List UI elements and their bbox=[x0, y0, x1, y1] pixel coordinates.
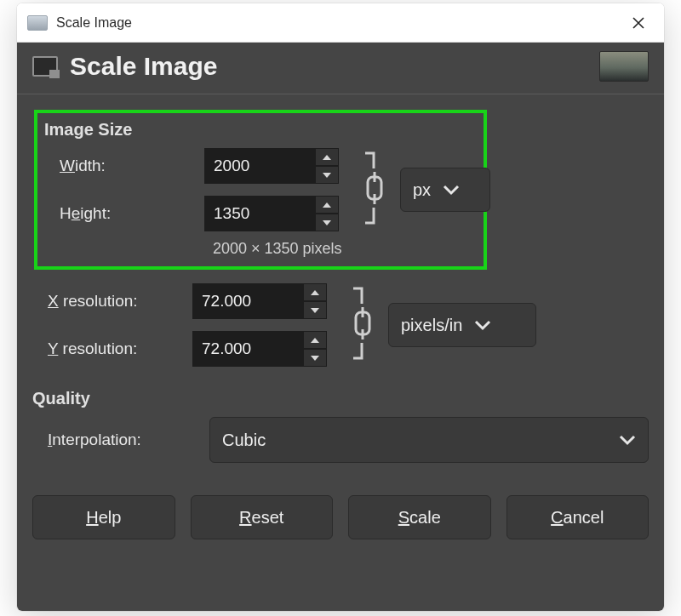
x-resolution-input[interactable] bbox=[192, 283, 337, 319]
width-label: Width: bbox=[60, 157, 196, 175]
size-unit-value: px bbox=[413, 180, 431, 200]
image-size-heading: Image Size bbox=[44, 120, 477, 140]
resolution-unit-value: pixels/in bbox=[401, 316, 462, 335]
height-field[interactable] bbox=[204, 196, 315, 231]
reset-button[interactable]: Reset bbox=[191, 495, 334, 539]
image-size-highlight: Image Size Width: bbox=[34, 110, 487, 270]
chain-link-icon bbox=[360, 151, 389, 225]
dialog-body: Scale Image Image Size Width: bbox=[17, 43, 664, 611]
height-label: Height: bbox=[60, 204, 196, 223]
link-dimensions-toggle[interactable] bbox=[360, 151, 389, 228]
xres-step-down[interactable] bbox=[303, 301, 327, 319]
width-step-down[interactable] bbox=[315, 166, 339, 184]
interpolation-label: Interpolation: bbox=[48, 431, 197, 449]
window-title: Scale Image bbox=[56, 15, 132, 31]
size-unit-select[interactable]: px bbox=[400, 168, 490, 212]
height-input[interactable] bbox=[204, 196, 349, 231]
chevron-down-icon bbox=[474, 319, 491, 331]
chevron-down-icon bbox=[443, 184, 460, 196]
dialog-header: Scale Image bbox=[17, 43, 664, 94]
scale-image-dialog: Scale Image Scale Image Image Size Width… bbox=[17, 3, 664, 611]
quality-heading: Quality bbox=[32, 389, 649, 408]
close-button[interactable] bbox=[615, 3, 662, 43]
yres-step-up[interactable] bbox=[303, 331, 327, 349]
y-resolution-label: Y resolution: bbox=[48, 339, 184, 358]
y-resolution-field[interactable] bbox=[192, 331, 303, 367]
scale-button[interactable]: Scale bbox=[348, 495, 491, 539]
yres-step-down[interactable] bbox=[303, 349, 327, 367]
cancel-button[interactable]: Cancel bbox=[506, 495, 650, 539]
link-resolution-toggle[interactable] bbox=[348, 287, 377, 363]
close-icon bbox=[632, 16, 645, 30]
height-step-up[interactable] bbox=[315, 196, 339, 214]
height-step-down[interactable] bbox=[315, 214, 339, 231]
xres-step-up[interactable] bbox=[303, 283, 327, 301]
width-step-up[interactable] bbox=[315, 148, 339, 166]
x-resolution-field[interactable] bbox=[192, 283, 303, 319]
dialog-title: Scale Image bbox=[70, 52, 217, 81]
help-button[interactable]: Help bbox=[32, 495, 175, 539]
resolution-unit-select[interactable]: pixels/in bbox=[388, 303, 536, 347]
image-thumbnail bbox=[599, 51, 649, 82]
width-field[interactable] bbox=[204, 148, 315, 184]
dialog-button-bar: Help Reset Scale Cancel bbox=[17, 476, 664, 556]
y-resolution-input[interactable] bbox=[192, 331, 337, 367]
titlebar: Scale Image bbox=[17, 3, 664, 43]
chevron-down-icon bbox=[619, 434, 636, 446]
interpolation-value: Cubic bbox=[222, 431, 266, 450]
scale-image-icon bbox=[32, 56, 58, 77]
pixel-dimensions-readout: 2000 × 1350 pixels bbox=[213, 240, 545, 258]
app-icon bbox=[27, 15, 48, 31]
width-input[interactable] bbox=[204, 148, 349, 184]
chain-link-icon bbox=[348, 287, 377, 360]
x-resolution-label: X resolution: bbox=[48, 292, 184, 311]
interpolation-select[interactable]: Cubic bbox=[209, 417, 649, 463]
